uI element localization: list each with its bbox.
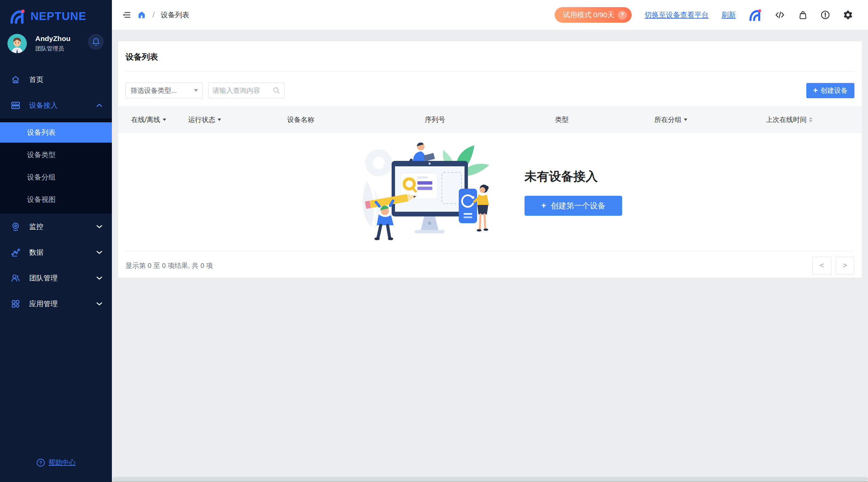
breadcrumb-home-button[interactable]: [137, 10, 146, 20]
breadcrumb-current: 设备列表: [161, 10, 189, 20]
plus-icon: +: [541, 202, 546, 210]
column-label: 上次在线时间: [766, 115, 807, 124]
brand: NEPTUNE: [0, 0, 112, 24]
sidebar-item-label: 数据: [29, 248, 43, 257]
device-access-submenu: 设备列表 设备类型 设备分组 设备视图: [0, 118, 112, 214]
chevron-up-icon: [96, 103, 102, 107]
empty-state-title: 未有设备接入: [525, 168, 622, 185]
settings-button[interactable]: [843, 10, 853, 20]
sidebar-item-team[interactable]: 团队管理: [0, 265, 112, 291]
exclamation-circle-icon: [821, 10, 830, 20]
select-caret-icon: [194, 89, 198, 92]
device-type-filter-select[interactable]: 筛选设备类型...: [125, 83, 203, 98]
column-online-offline[interactable]: 在线/离线: [131, 115, 188, 124]
filter-caret-icon: [218, 119, 221, 121]
column-run-status[interactable]: 运行状态: [188, 115, 287, 124]
sidebar-item-label: 团队管理: [29, 273, 58, 283]
results-summary: 显示第 0 至 0 项结果, 共 0 项: [125, 261, 213, 270]
sidebar-item-monitoring[interactable]: 监控: [0, 214, 112, 239]
divider: [125, 71, 854, 71]
trial-help-icon[interactable]: ?: [618, 11, 627, 20]
search-icon[interactable]: [272, 86, 280, 95]
neptune-logo-icon: [749, 9, 762, 21]
sidebar-item-device-groups[interactable]: 设备分组: [0, 167, 112, 187]
column-last-online[interactable]: 上次在线时间: [766, 115, 862, 124]
top-header: / 设备列表 试用模式 0/90天 ? 切换至设备查看平台 刷新: [112, 0, 868, 30]
column-device-name: 设备名称: [287, 115, 425, 124]
next-page-button[interactable]: >: [835, 257, 854, 274]
filter-caret-icon: [163, 119, 166, 121]
column-label: 设备名称: [287, 115, 314, 124]
search-input[interactable]: [213, 87, 272, 95]
trial-mode-badge[interactable]: 试用模式 0/90天 ?: [555, 7, 632, 23]
developer-tools-button[interactable]: [774, 10, 785, 20]
plus-icon: +: [813, 86, 818, 95]
notifications-button[interactable]: [88, 34, 104, 50]
sidebar-item-device-views[interactable]: 设备视图: [0, 189, 112, 210]
sidebar-item-label: 监控: [29, 222, 43, 231]
sidebar-item-label: 应用管理: [29, 299, 58, 309]
column-label: 运行状态: [188, 115, 215, 124]
chevron-down-icon: [96, 302, 102, 306]
empty-state-illustration: [358, 141, 500, 243]
table-header-row: 在线/离线 运行状态 设备名称 序列号 类型 所在分组: [118, 106, 862, 133]
filter-caret-icon: [684, 119, 687, 121]
brand-name: NEPTUNE: [31, 10, 86, 23]
breadcrumb: / 设备列表: [122, 10, 189, 20]
sidebar-item-data[interactable]: 数据: [0, 239, 112, 265]
header-actions: 试用模式 0/90天 ? 切换至设备查看平台 刷新: [555, 7, 853, 23]
column-label: 在线/离线: [131, 115, 160, 124]
help-center-label: 帮助中心: [48, 458, 76, 467]
avatar-image: [7, 34, 27, 53]
breadcrumb-separator: /: [153, 11, 155, 19]
create-first-device-label: 创建第一个设备: [551, 201, 606, 211]
empty-state-text: 未有设备接入 + 创建第一个设备: [525, 168, 622, 216]
scrollbar-thumb[interactable]: [113, 477, 868, 481]
bell-icon: [92, 38, 100, 46]
filter-placeholder: 筛选设备类型...: [131, 86, 177, 95]
refresh-link[interactable]: 刷新: [722, 10, 736, 20]
column-group[interactable]: 所在分组: [654, 115, 766, 124]
column-label: 所在分组: [654, 115, 682, 124]
menu-fold-icon: [122, 11, 131, 19]
table-footer: 显示第 0 至 0 项结果, 共 0 项 < >: [125, 251, 854, 278]
sidebar-item-device-types[interactable]: 设备类型: [0, 145, 112, 165]
chevron-down-icon: [96, 276, 102, 280]
sidebar: NEPTUNE AndyZhou 团队管理员: [0, 0, 112, 482]
sidebar-item-home[interactable]: 首页: [0, 67, 112, 92]
gear-icon: [843, 10, 853, 20]
data-chart-icon: [10, 247, 21, 258]
previous-page-button[interactable]: <: [812, 257, 831, 274]
svg-text:?: ?: [39, 460, 42, 465]
device-access-icon: [10, 100, 21, 111]
horizontal-scrollbar[interactable]: [113, 477, 868, 481]
column-label: 序列号: [425, 115, 445, 124]
column-type: 类型: [555, 115, 654, 124]
chevron-down-icon: [96, 225, 102, 229]
column-serial-number: 序列号: [425, 115, 555, 124]
toolbar: 筛选设备类型... + 创建设备: [125, 83, 854, 98]
empty-state: 未有设备接入 + 创建第一个设备: [125, 133, 854, 251]
create-device-label: 创建设备: [821, 86, 848, 95]
marketplace-button[interactable]: [798, 10, 808, 20]
sidebar-item-device-access[interactable]: 设备接入: [0, 92, 112, 118]
apps-grid-icon: [10, 298, 21, 309]
sidebar-item-device-list[interactable]: 设备列表: [0, 122, 112, 143]
neptune-logo-icon: [9, 9, 25, 24]
code-icon: [774, 10, 785, 20]
switch-platform-link[interactable]: 切换至设备查看平台: [645, 10, 709, 20]
help-question-icon: ?: [36, 458, 45, 467]
help-center-link[interactable]: ? 帮助中心: [0, 458, 112, 467]
sidebar-item-apps[interactable]: 应用管理: [0, 291, 112, 317]
avatar[interactable]: [7, 34, 27, 53]
home-filled-icon: [137, 10, 146, 20]
sidebar-item-label: 首页: [29, 75, 43, 84]
content-area: 设备列表 筛选设备类型... + 创建设备: [112, 30, 868, 482]
main-area: / 设备列表 试用模式 0/90天 ? 切换至设备查看平台 刷新: [112, 0, 868, 482]
page-title: 设备列表: [125, 41, 854, 62]
create-first-device-button[interactable]: + 创建第一个设备: [525, 196, 622, 216]
create-device-button[interactable]: + 创建设备: [806, 83, 854, 98]
collapse-sidebar-button[interactable]: [122, 11, 131, 19]
neptune-home-button[interactable]: [749, 9, 762, 21]
alerts-button[interactable]: [821, 10, 830, 20]
